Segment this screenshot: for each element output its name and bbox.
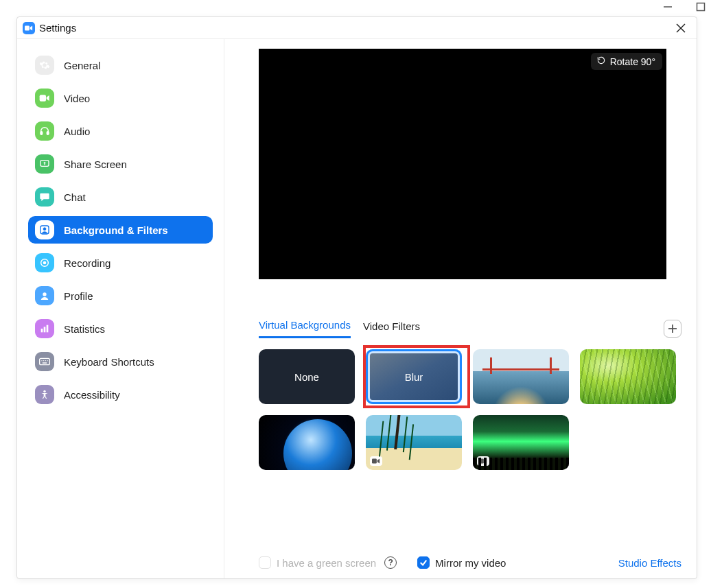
sidebar-item-statistics[interactable]: Statistics	[28, 315, 213, 342]
svg-rect-7	[47, 132, 49, 135]
sidebar-item-label: Profile	[64, 290, 93, 302]
background-footer: I have a green screen ? Mirror my video …	[259, 548, 681, 569]
rotate-label: Rotate 90°	[610, 56, 655, 67]
checkbox-box	[259, 556, 271, 569]
svg-point-18	[41, 360, 42, 361]
gear-icon	[35, 56, 54, 75]
sidebar-item-video[interactable]: Video	[28, 84, 213, 112]
svg-rect-22	[43, 362, 47, 363]
svg-point-13	[43, 292, 46, 296]
sidebar-item-label: Statistics	[64, 323, 105, 335]
video-icon	[35, 89, 54, 108]
background-option-blur[interactable]: Blur	[366, 349, 462, 404]
background-option-aurora[interactable]	[473, 415, 569, 470]
os-maximize-button[interactable]	[696, 2, 706, 12]
svg-rect-5	[40, 95, 46, 101]
green-screen-help-icon[interactable]: ?	[384, 556, 397, 569]
background-blur-label: Blur	[405, 371, 423, 383]
background-option-blur-wrap: Blur	[366, 349, 462, 404]
green-screen-checkbox: I have a green screen	[259, 556, 376, 569]
svg-rect-6	[40, 132, 43, 135]
video-background-badge-icon	[370, 456, 382, 466]
background-option-none[interactable]: None	[259, 349, 355, 404]
svg-rect-17	[40, 358, 50, 364]
background-option-beach-wrap	[366, 415, 462, 470]
checkbox-box	[417, 556, 430, 569]
settings-sidebar: General Video Audio	[17, 39, 224, 578]
background-tabs: Virtual Backgrounds Video Filters	[259, 319, 681, 338]
sidebar-item-chat[interactable]: Chat	[28, 183, 213, 211]
background-option-aurora-wrap	[473, 415, 569, 470]
statistics-icon	[35, 319, 54, 338]
sidebar-item-label: Recording	[64, 257, 110, 269]
video-preview: Rotate 90°	[259, 49, 666, 279]
rotate-icon	[596, 56, 606, 67]
sidebar-item-label: Chat	[64, 191, 86, 203]
sidebar-item-general[interactable]: General	[28, 51, 213, 79]
outer-titlebar	[0, 0, 711, 14]
tab-virtual-backgrounds[interactable]: Virtual Backgrounds	[259, 319, 351, 338]
rotate-90-button[interactable]: Rotate 90°	[591, 53, 662, 70]
studio-effects-link[interactable]: Studio Effects	[618, 557, 681, 569]
video-background-badge-icon	[477, 456, 489, 466]
sidebar-item-background-filters[interactable]: Background & Filters	[28, 216, 213, 244]
svg-point-10	[43, 228, 46, 231]
background-filters-icon	[35, 220, 54, 239]
headphones-icon	[35, 121, 54, 141]
mirror-video-label: Mirror my video	[435, 557, 506, 569]
recording-icon	[35, 253, 54, 272]
svg-point-12	[43, 261, 47, 265]
background-option-beach[interactable]	[366, 415, 462, 470]
svg-point-20	[45, 360, 46, 361]
accessibility-icon	[35, 385, 54, 404]
share-screen-icon	[35, 154, 54, 174]
sidebar-item-label: Accessibility	[64, 389, 120, 401]
tab-video-filters[interactable]: Video Filters	[363, 320, 420, 338]
mirror-video-checkbox[interactable]: Mirror my video	[417, 556, 506, 569]
svg-rect-16	[47, 325, 49, 333]
svg-rect-2	[25, 25, 30, 30]
svg-rect-27	[479, 459, 484, 464]
background-thumbnails: None Blur	[259, 349, 681, 470]
sidebar-item-label: Share Screen	[64, 158, 127, 170]
svg-rect-14	[41, 329, 43, 332]
sidebar-item-label: General	[64, 60, 100, 71]
chat-icon	[35, 187, 54, 207]
sidebar-item-label: Keyboard Shortcuts	[64, 356, 154, 368]
svg-point-21	[47, 360, 47, 361]
svg-rect-26	[372, 459, 377, 464]
background-option-bridge-wrap	[473, 349, 569, 404]
os-minimize-button[interactable]	[663, 2, 673, 12]
outer-os-window: Settings General Video	[0, 0, 711, 588]
profile-icon	[35, 286, 54, 305]
background-option-earth[interactable]	[259, 415, 355, 470]
sidebar-item-label: Video	[64, 93, 90, 104]
settings-window: Settings General Video	[16, 16, 697, 579]
zoom-logo-icon	[23, 22, 35, 34]
sidebar-item-keyboard-shortcuts[interactable]: Keyboard Shortcuts	[28, 348, 213, 375]
background-option-grass-wrap	[580, 349, 676, 404]
background-option-earth-wrap	[259, 415, 355, 470]
close-button[interactable]	[672, 19, 690, 37]
sidebar-item-accessibility[interactable]: Accessibility	[28, 381, 213, 408]
settings-titlebar: Settings	[17, 17, 697, 39]
sidebar-item-audio[interactable]: Audio	[28, 117, 213, 145]
background-option-bridge[interactable]	[473, 349, 569, 404]
sidebar-item-share-screen[interactable]: Share Screen	[28, 150, 213, 178]
green-screen-label: I have a green screen	[277, 557, 376, 569]
svg-point-19	[43, 360, 44, 361]
settings-title: Settings	[39, 22, 76, 34]
settings-body: General Video Audio	[17, 39, 697, 578]
background-option-grass[interactable]	[580, 349, 676, 404]
svg-point-23	[43, 390, 45, 392]
background-option-none-wrap: None	[259, 349, 355, 404]
background-none-label: None	[294, 371, 319, 383]
svg-rect-1	[697, 3, 705, 11]
sidebar-item-recording[interactable]: Recording	[28, 249, 213, 277]
sidebar-item-profile[interactable]: Profile	[28, 282, 213, 309]
keyboard-icon	[35, 352, 54, 371]
settings-main: Rotate 90° Virtual Backgrounds Video Fil…	[224, 39, 697, 578]
sidebar-item-label: Audio	[64, 126, 90, 137]
sidebar-item-label: Background & Filters	[64, 224, 168, 236]
add-background-button[interactable]	[664, 320, 681, 338]
